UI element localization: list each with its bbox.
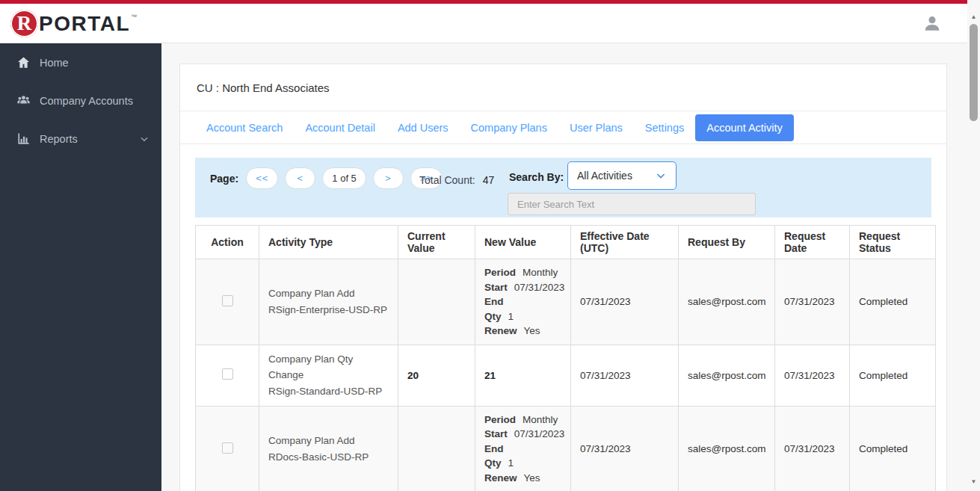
top-accent-bar: [0, 0, 967, 4]
page-indicator: 1 of 5: [322, 167, 366, 189]
col-request-date: Request Date: [775, 226, 850, 259]
action-cell: [196, 345, 259, 406]
tab-user-plans[interactable]: User Plans: [558, 114, 634, 141]
kv-line: Start07/31/2023: [484, 427, 561, 442]
request-by-cell: sales@rpost.com: [679, 345, 775, 406]
table-header-row: Action Activity Type Current Value New V…: [196, 226, 936, 259]
chevron-down-icon: [655, 170, 667, 182]
tab-company-plans[interactable]: Company Plans: [460, 114, 558, 141]
request-by-cell: sales@rpost.com: [679, 406, 775, 491]
activity-type-cell: Company Plan AddRSign-Enterprise-USD-RP: [259, 259, 398, 345]
first-page-button[interactable]: <<: [246, 167, 278, 189]
table-row: Company Plan AddRSign-Enterprise-USD-RP …: [196, 259, 936, 345]
rportal-logo[interactable]: R PORTAL ™: [10, 10, 137, 37]
effective-date-cell: 07/31/2023: [571, 345, 679, 406]
total-count: Total Count:47: [419, 174, 494, 186]
new-value-cell: PeriodMonthly Start07/31/2023 End Qty1 R…: [475, 259, 571, 345]
activity-plan: RSign-Standard-USD-RP: [268, 383, 389, 400]
request-date-cell: 07/31/2023: [775, 259, 850, 345]
kv-line: Qty1: [484, 456, 561, 471]
request-status-cell: Completed: [850, 406, 936, 491]
app-header: R PORTAL ™: [0, 4, 967, 43]
current-value: 20: [407, 370, 419, 381]
activity-name: Company Plan Qty Change: [268, 351, 389, 383]
request-by-cell: sales@rpost.com: [679, 259, 775, 345]
col-action: Action: [196, 226, 259, 259]
account-card: CU : North End Associates Account Search…: [179, 64, 947, 491]
col-request-status: Request Status: [850, 226, 936, 259]
logo-name: PORTAL: [39, 10, 130, 37]
kv-line: RenewYes: [484, 324, 561, 339]
request-date-cell: 07/31/2023: [775, 345, 850, 406]
activity-table-wrap: Action Activity Type Current Value New V…: [195, 225, 931, 491]
tab-account-search[interactable]: Account Search: [195, 114, 294, 141]
col-request-by: Request By: [679, 226, 775, 259]
home-icon: [16, 55, 31, 70]
activity-filter-value: All Activities: [577, 170, 632, 182]
kv-line: Start07/31/2023: [484, 280, 561, 295]
kv-line: PeriodMonthly: [484, 265, 561, 280]
new-value: 21: [484, 370, 496, 381]
tab-add-users[interactable]: Add Users: [386, 114, 460, 141]
current-value-cell: 20: [398, 345, 475, 406]
sidebar-item-company-accounts[interactable]: Company Accounts: [0, 81, 161, 120]
kv-line: Qty1: [484, 309, 561, 324]
sidebar-item-label: Reports: [40, 133, 78, 145]
action-cell: [196, 406, 259, 491]
activity-name: Company Plan Add: [268, 285, 389, 302]
row-select-checkbox[interactable]: [222, 442, 233, 454]
chevron-down-icon[interactable]: [139, 134, 150, 144]
table-row: Company Plan AddRDocs-Basic-USD-RP Perio…: [196, 406, 936, 491]
col-new-value: New Value: [475, 226, 571, 259]
sidebar-item-label: Company Accounts: [40, 95, 133, 107]
activity-table: Action Activity Type Current Value New V…: [195, 225, 936, 491]
activity-plan: RSign-Enterprise-USD-RP: [268, 302, 389, 318]
sidebar-item-home[interactable]: Home: [0, 43, 161, 81]
search-input[interactable]: [508, 193, 756, 215]
pagination-toolbar: Page: << < 1 of 5 > >> Total Count:47 Se…: [195, 158, 931, 217]
tab-account-activity[interactable]: Account Activity: [695, 114, 794, 141]
kv-line: End: [484, 294, 561, 309]
users-icon: [16, 93, 31, 108]
new-value-cell: PeriodMonthly Start07/31/2023 End Qty1 R…: [475, 406, 571, 491]
row-select-checkbox[interactable]: [222, 295, 233, 306]
col-current-value: Current Value: [398, 226, 475, 259]
scroll-down-arrow-icon[interactable]: ▼: [967, 477, 980, 486]
scrollbar-thumb[interactable]: [970, 24, 978, 121]
page-label: Page:: [210, 173, 238, 185]
sidebar-item-reports[interactable]: Reports: [0, 120, 161, 158]
user-profile-icon[interactable]: [922, 13, 942, 33]
total-count-value: 47: [483, 174, 495, 186]
new-value-cell: 21: [475, 345, 571, 406]
request-status-cell: Completed: [850, 259, 936, 345]
total-count-label: Total Count:: [419, 174, 475, 186]
activity-type-cell: Company Plan AddRDocs-Basic-USD-RP: [259, 406, 398, 491]
page-title: CU : North End Associates: [180, 64, 946, 111]
kv-line: RenewYes: [484, 471, 561, 486]
logo-r-icon: R: [10, 10, 38, 37]
main-content: CU : North End Associates Account Search…: [161, 43, 967, 491]
request-status-cell: Completed: [850, 345, 936, 406]
sidebar-item-label: Home: [40, 57, 69, 69]
col-activity-type: Activity Type: [259, 226, 398, 259]
row-select-checkbox[interactable]: [222, 368, 233, 380]
activity-name: Company Plan Add: [268, 433, 389, 449]
current-value-cell: [398, 406, 475, 491]
request-date-cell: 07/31/2023: [775, 406, 850, 491]
bar-chart-icon: [16, 132, 31, 146]
table-row: Company Plan Qty ChangeRSign-Standard-US…: [196, 345, 936, 406]
scroll-up-arrow-icon[interactable]: ▲: [967, 12, 980, 21]
sidebar: Home Company Accounts Reports: [0, 43, 161, 491]
tab-account-detail[interactable]: Account Detail: [294, 114, 386, 141]
current-value-cell: [398, 259, 475, 345]
activity-filter-dropdown[interactable]: All Activities: [567, 161, 677, 190]
prev-page-button[interactable]: <: [285, 167, 315, 189]
action-cell: [196, 259, 259, 345]
vertical-scrollbar[interactable]: ▲ ▼: [967, 0, 980, 491]
activity-type-cell: Company Plan Qty ChangeRSign-Standard-US…: [259, 345, 398, 406]
kv-line: End: [484, 442, 561, 457]
next-page-button[interactable]: >: [373, 167, 404, 189]
kv-line: PeriodMonthly: [484, 413, 561, 427]
activity-plan: RDocs-Basic-USD-RP: [268, 449, 389, 466]
tab-settings[interactable]: Settings: [634, 114, 695, 141]
